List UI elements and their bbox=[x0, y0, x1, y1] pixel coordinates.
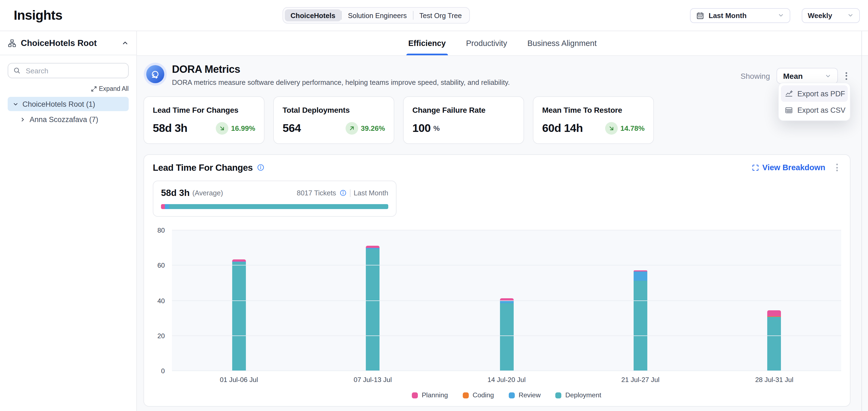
granularity-select[interactable]: Weekly bbox=[802, 8, 860, 23]
legend-label: Planning bbox=[422, 391, 448, 399]
metric-delta-pct: 39.26% bbox=[361, 124, 385, 132]
metric-card-title: Change Failure Rate bbox=[412, 106, 515, 114]
search-input[interactable] bbox=[25, 66, 123, 75]
view-breakdown-label: View Breakdown bbox=[762, 163, 825, 172]
x-axis-label: 28 Jul-31 Jul bbox=[707, 376, 841, 384]
chart-legend: PlanningCodingReviewDeployment bbox=[172, 391, 841, 399]
main-panel: Efficiency Productivity Business Alignme… bbox=[137, 31, 868, 411]
legend-label: Review bbox=[519, 391, 541, 399]
bar-segment-deployment[interactable] bbox=[366, 249, 379, 371]
search-icon bbox=[13, 67, 21, 74]
org-tab-choicehotels[interactable]: ChoiceHotels bbox=[284, 9, 341, 21]
export-menu: Export as PDF Export as CSV bbox=[778, 83, 850, 121]
bar-slot bbox=[574, 230, 707, 371]
distribution-segment-review bbox=[165, 204, 169, 209]
x-axis-label: 21 Jul-27 Jul bbox=[574, 376, 707, 384]
metric-cards-row: Lead Time For Changes 58d 3h 16.99% bbox=[144, 96, 850, 144]
info-icon[interactable] bbox=[256, 164, 264, 171]
metric-card-value: 60d 14h bbox=[542, 122, 583, 135]
gridline bbox=[172, 336, 841, 336]
y-axis-tick: 60 bbox=[157, 262, 165, 270]
showing-value: Mean bbox=[783, 71, 803, 80]
date-range-select[interactable]: Last Month bbox=[690, 8, 790, 23]
metric-delta: 14.78% bbox=[605, 122, 645, 134]
stacked-bar[interactable] bbox=[500, 230, 514, 371]
chart-plot-area bbox=[172, 230, 841, 371]
period-label: Last Month bbox=[353, 189, 388, 197]
gridline bbox=[172, 265, 841, 266]
metric-card-value: 564 bbox=[283, 122, 301, 135]
tab-productivity[interactable]: Productivity bbox=[465, 31, 508, 55]
bar-segment-deployment[interactable] bbox=[633, 280, 647, 371]
gridline bbox=[172, 371, 841, 371]
legend-item-coding[interactable]: Coding bbox=[463, 391, 494, 399]
metric-delta-pct: 14.78% bbox=[620, 124, 645, 132]
bar-segment-review[interactable] bbox=[500, 301, 514, 303]
scrollbar-track[interactable] bbox=[861, 31, 862, 411]
legend-swatch bbox=[509, 392, 515, 398]
legend-item-planning[interactable]: Planning bbox=[412, 391, 448, 399]
stacked-bar[interactable] bbox=[366, 230, 379, 371]
stacked-bar[interactable] bbox=[633, 230, 647, 371]
granularity-value: Weekly bbox=[808, 11, 832, 20]
tree-row-anna-scozzafava[interactable]: Anna Scozzafava (7) bbox=[15, 112, 129, 127]
chart-line-icon bbox=[785, 90, 793, 98]
bar-slot bbox=[440, 230, 574, 371]
bar-segment-deployment[interactable] bbox=[500, 304, 514, 371]
legend-item-deployment[interactable]: Deployment bbox=[556, 391, 601, 399]
view-breakdown-button[interactable]: View Breakdown bbox=[749, 163, 829, 172]
metric-card-mean-time-to-restore: Mean Time To Restore 60d 14h 14.78% bbox=[533, 96, 654, 144]
info-icon[interactable] bbox=[339, 190, 346, 197]
org-tab-group-wrap: ChoiceHotels Solution Engineers Test Org… bbox=[62, 7, 690, 24]
menu-item-export-csv[interactable]: Export as CSV bbox=[781, 102, 848, 118]
org-sidebar: ChoiceHotels Root Ex bbox=[0, 31, 137, 411]
lead-time-section: Lead Time For Changes View Breakdown bbox=[144, 154, 850, 407]
main-tabs: Efficiency Productivity Business Alignme… bbox=[137, 31, 868, 56]
showing-select[interactable]: Mean bbox=[777, 68, 838, 84]
dora-title: DORA Metrics bbox=[172, 64, 510, 75]
stacked-bar[interactable] bbox=[232, 230, 246, 371]
bar-slot bbox=[306, 230, 440, 371]
menu-item-export-pdf[interactable]: Export as PDF bbox=[781, 85, 848, 102]
legend-item-review[interactable]: Review bbox=[509, 391, 541, 399]
arrow-up-right-icon bbox=[346, 122, 358, 134]
date-range-value: Last Month bbox=[709, 11, 747, 20]
org-tab-test-org-tree[interactable]: Test Org Tree bbox=[413, 9, 468, 21]
x-axis-label: 14 Jul-20 Jul bbox=[440, 376, 574, 384]
sidebar-collapse-button[interactable] bbox=[122, 39, 129, 46]
dora-text: DORA Metrics DORA metrics measure softwa… bbox=[172, 62, 510, 87]
section-kebab-menu-button[interactable] bbox=[829, 162, 841, 173]
calendar-icon bbox=[696, 11, 704, 20]
menu-item-label: Export as PDF bbox=[797, 90, 845, 98]
metric-card-title: Lead Time For Changes bbox=[153, 106, 255, 114]
dora-kebab-menu-button[interactable] bbox=[838, 70, 850, 82]
tab-efficiency[interactable]: Efficiency bbox=[407, 31, 447, 55]
bar-segment-planning[interactable] bbox=[768, 310, 781, 316]
legend-swatch bbox=[556, 392, 562, 398]
org-tab-solution-engineers[interactable]: Solution Engineers bbox=[342, 9, 413, 21]
insights-page: Insights ChoiceHotels Solution Engineers… bbox=[0, 0, 868, 411]
y-axis-tick: 40 bbox=[157, 297, 165, 305]
expand-all-button[interactable]: Expand All bbox=[91, 85, 129, 92]
sidebar-search bbox=[8, 63, 129, 78]
y-axis-tick: 80 bbox=[157, 227, 165, 234]
bar-segment-planning[interactable] bbox=[232, 259, 246, 261]
chevron-down-icon bbox=[847, 12, 854, 19]
org-tree: ChoiceHotels Root (1) Anna Scozzafava (7… bbox=[8, 97, 129, 127]
bar-segment-planning[interactable] bbox=[366, 246, 379, 248]
tree-row-choicehotels-root[interactable]: ChoiceHotels Root (1) bbox=[8, 97, 129, 111]
average-value: 58d 3h bbox=[161, 188, 190, 198]
lead-time-chart: 020406080 bbox=[153, 230, 841, 371]
legend-label: Coding bbox=[473, 391, 494, 399]
distribution-segment-planning bbox=[161, 204, 165, 209]
bar-segment-deployment[interactable] bbox=[232, 262, 246, 371]
bar-slot bbox=[707, 230, 841, 371]
stacked-bar[interactable] bbox=[768, 230, 781, 371]
metric-card-unit: % bbox=[433, 124, 440, 132]
arrow-down-right-icon bbox=[605, 122, 618, 134]
expand-corners-icon bbox=[752, 164, 759, 171]
metric-card-value: 58d 3h bbox=[153, 122, 187, 135]
bar-segment-deployment[interactable] bbox=[768, 317, 781, 371]
bar-segment-review[interactable] bbox=[633, 271, 647, 280]
tab-business-alignment[interactable]: Business Alignment bbox=[526, 31, 598, 55]
